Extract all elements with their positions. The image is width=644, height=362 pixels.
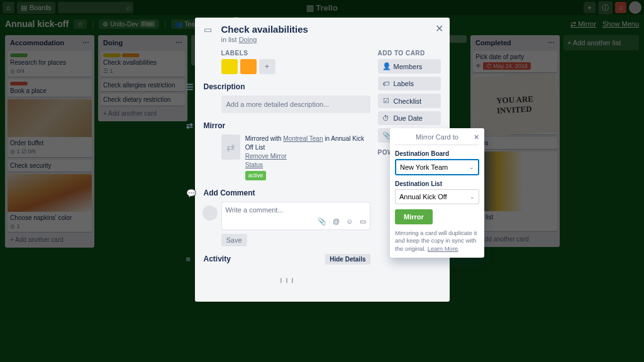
dest-board-select[interactable]: New York Team⌄: [395, 159, 479, 175]
comment-tools: 📎@☺▭: [226, 217, 366, 226]
checklist-button[interactable]: ☑Checklist: [378, 94, 441, 108]
mirror-info: Mirrored with Montreal Tean in Annual Ki…: [245, 134, 370, 180]
checklist-icon: ☑: [382, 97, 390, 105]
members-button[interactable]: 👤Members: [378, 59, 441, 74]
labels-icon: 🏷: [382, 80, 390, 87]
label-orange[interactable]: [240, 59, 257, 74]
members-icon: 👤: [382, 62, 390, 70]
status-link[interactable]: Status: [245, 162, 263, 168]
due-date-button[interactable]: ⏱Due Date: [378, 111, 441, 125]
mirror-team-link[interactable]: Montreal Tean: [283, 135, 323, 142]
emoji-icon[interactable]: ☺: [346, 217, 353, 226]
hide-details-button[interactable]: Hide Details: [325, 254, 370, 265]
remove-mirror-link[interactable]: Remove Mirror: [245, 153, 287, 160]
description-header: Description: [204, 82, 245, 91]
comment-icon: 💬: [186, 188, 197, 198]
mirror-button[interactable]: Mirror: [395, 209, 433, 224]
close-icon[interactable]: ✕: [435, 23, 443, 35]
card-icon[interactable]: ▭: [360, 217, 366, 226]
add-label-button[interactable]: +: [259, 59, 275, 74]
card-icon: ▭: [204, 24, 215, 35]
activity-icon: ≡: [186, 254, 197, 264]
popover-help: Mirroring a card will duplicate it and k…: [395, 229, 479, 253]
attach-icon[interactable]: 📎: [318, 217, 326, 226]
chevron-down-icon: ⌄: [469, 164, 474, 170]
add-to-card-header: ADD TO CARD: [378, 50, 441, 57]
description-icon: ☰: [186, 82, 197, 92]
description-input[interactable]: Add a more detailed description...: [221, 96, 370, 113]
chevron-down-icon: ⌄: [470, 194, 475, 200]
dest-board-label: Destination Board: [395, 150, 479, 157]
clock-icon: ⏱: [382, 114, 390, 122]
activity-header: Activity: [204, 255, 231, 263]
card-title[interactable]: Check availabilities: [221, 24, 308, 35]
card-location: in list Doing: [221, 36, 441, 43]
mirror-icon: ⇄: [186, 121, 197, 131]
comment-input[interactable]: Write a comment... 📎@☺▭: [221, 202, 370, 230]
mirror-header: Mirror: [204, 121, 226, 130]
labels-header: LABELS: [221, 50, 370, 57]
close-icon[interactable]: ✕: [474, 133, 479, 141]
mention-icon[interactable]: @: [333, 217, 340, 226]
comment-header: Add Comment: [204, 189, 255, 197]
status-badge: active: [245, 171, 267, 180]
commenter-avatar: [203, 206, 218, 221]
save-button[interactable]: Save: [221, 234, 247, 246]
modal-overlay[interactable]: ✕ ▭Check availabilities in list Doing LA…: [0, 0, 644, 362]
attachment-icon: 📎: [382, 131, 390, 140]
label-yellow[interactable]: [221, 59, 238, 74]
learn-more-link[interactable]: Learn More: [428, 245, 458, 252]
dest-list-label: Destination List: [395, 180, 479, 187]
loading-icon: ╷╷╷: [204, 273, 370, 283]
popover-title: Mirror Card to✕: [395, 133, 479, 145]
list-link[interactable]: Doing: [239, 36, 257, 43]
mirror-thumbnail: ⇄: [221, 134, 240, 160]
labels-button[interactable]: 🏷Labels: [378, 77, 441, 90]
dest-list-select[interactable]: Annual Kick Off⌄: [395, 189, 479, 204]
mirror-popover: Mirror Card to✕ Destination Board New Yo…: [390, 128, 484, 258]
